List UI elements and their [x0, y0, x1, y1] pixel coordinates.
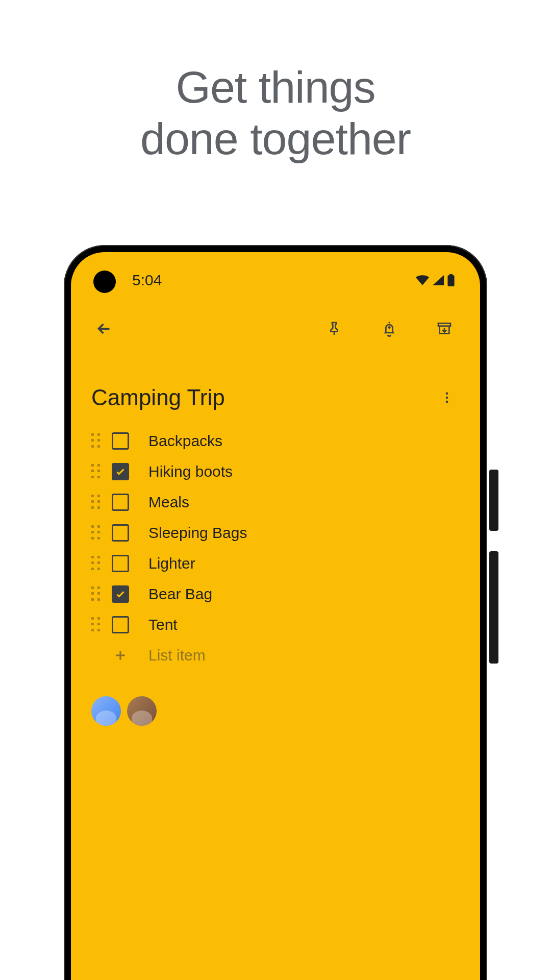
collaborators	[71, 676, 480, 746]
drag-handle-icon[interactable]	[91, 495, 102, 510]
checklist-item: Meals	[91, 487, 460, 518]
wifi-icon	[416, 275, 429, 285]
more-vertical-icon	[440, 390, 454, 405]
checkbox[interactable]	[112, 432, 129, 450]
svg-rect-1	[449, 274, 453, 276]
phone-frame: 5:04	[64, 245, 487, 980]
phone-side-button	[489, 470, 498, 531]
drag-handle-icon[interactable]	[91, 586, 102, 602]
checklist-item-text[interactable]: Sleeping Bags	[148, 524, 247, 542]
archive-button[interactable]	[429, 313, 460, 344]
checklist-item: Hiking boots	[91, 456, 460, 487]
reminder-button[interactable]	[374, 313, 405, 344]
status-icons	[416, 274, 455, 286]
checklist-item-text[interactable]: Lighter	[148, 555, 195, 572]
checklist-item-text[interactable]: Tent	[148, 616, 178, 633]
add-list-item[interactable]: List item	[91, 640, 460, 671]
pin-button[interactable]	[319, 313, 349, 344]
status-bar: 5:04	[71, 252, 480, 293]
phone-camera	[93, 271, 116, 293]
svg-point-5	[446, 401, 448, 403]
checklist-item: Sleeping Bags	[91, 518, 460, 548]
svg-rect-2	[438, 323, 450, 326]
note-title[interactable]: Camping Trip	[91, 385, 434, 410]
note-top-bar	[71, 293, 480, 354]
svg-rect-0	[447, 275, 454, 286]
checklist-item: Bear Bag	[91, 579, 460, 609]
svg-point-4	[446, 397, 448, 399]
pin-icon	[326, 321, 342, 337]
drag-handle-icon[interactable]	[91, 617, 102, 632]
checklist-item-text[interactable]: Backpacks	[148, 432, 222, 450]
more-options-button[interactable]	[434, 385, 460, 410]
drag-handle-icon[interactable]	[91, 525, 102, 541]
cell-signal-icon	[432, 275, 444, 285]
checklist-item: Lighter	[91, 548, 460, 579]
drag-handle-icon[interactable]	[91, 464, 102, 479]
plus-icon	[112, 647, 129, 664]
hero-line-1: Get things	[0, 61, 551, 113]
archive-icon	[436, 321, 453, 337]
checklist-item-text[interactable]: Hiking boots	[148, 463, 233, 480]
collaborator-avatar[interactable]	[127, 696, 157, 726]
checkbox[interactable]	[112, 494, 129, 511]
battery-icon	[447, 274, 455, 286]
checkbox[interactable]	[112, 524, 129, 542]
checkbox[interactable]	[112, 463, 129, 480]
status-time: 5:04	[132, 272, 162, 289]
phone-side-button	[489, 551, 498, 664]
drag-handle-icon[interactable]	[91, 556, 102, 571]
collaborator-avatar[interactable]	[91, 696, 121, 726]
drag-handle-icon[interactable]	[91, 433, 102, 449]
checklist-item-text[interactable]: Bear Bag	[148, 585, 212, 603]
add-item-placeholder: List item	[148, 647, 206, 664]
checkbox[interactable]	[112, 585, 129, 603]
phone-screen: 5:04	[71, 252, 480, 980]
svg-point-3	[446, 393, 448, 395]
back-button[interactable]	[91, 316, 117, 341]
hero-heading: Get things done together	[0, 0, 551, 164]
hero-line-2: done together	[0, 113, 551, 164]
checklist-item: Backpacks	[91, 426, 460, 456]
checklist: Backpacks Hiking boots Meals Sleeping Ba…	[71, 421, 480, 676]
note-header: Camping Trip	[71, 354, 480, 421]
checklist-item-text[interactable]: Meals	[148, 494, 189, 511]
checklist-item: Tent	[91, 609, 460, 640]
bell-plus-icon	[381, 321, 397, 337]
checkbox[interactable]	[112, 616, 129, 633]
checkbox[interactable]	[112, 555, 129, 572]
